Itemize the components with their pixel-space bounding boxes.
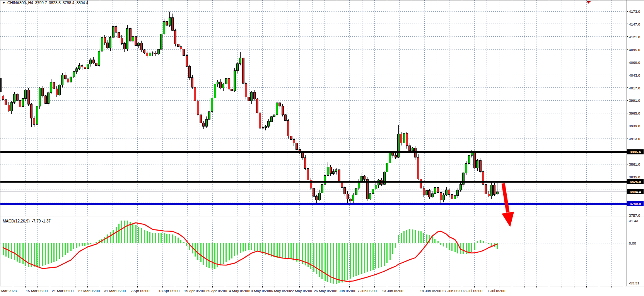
- time-axis-label: 27 Jun 05:00: [442, 288, 464, 293]
- time-axis-label: 4 May 05:00: [229, 288, 249, 293]
- clipped-candle: [0, 78, 2, 92]
- time-axis-label: 26 May 05:00: [314, 288, 336, 293]
- price-axis-label: 3757.0: [629, 213, 640, 218]
- price-badge-3825.0: 3825.0: [627, 179, 644, 184]
- time-axis-label: 3 Jul 05:00: [465, 288, 482, 293]
- time-axis-label: 7 Jul 05:00: [487, 288, 505, 293]
- time-axis-label: 7 Apr 05:00: [131, 288, 150, 293]
- mt4-chart-window: { "title": { "dropdown_icon": "▼", "symb…: [0, 0, 644, 296]
- time-axis-label: 13 Jun 05:00: [382, 288, 403, 293]
- time-axis-label: 15 Mar 05:00: [26, 288, 48, 293]
- time-axis-label: 25 Apr 05:00: [206, 288, 227, 293]
- macd-axis-label: -53.31: [629, 281, 639, 286]
- price-axis-label: 4017.0: [629, 86, 640, 91]
- time-axis-label: 19 Apr 05:00: [184, 288, 205, 293]
- price-axis-label: 4069.0: [629, 60, 640, 65]
- symbol-dropdown-icon[interactable]: ▼: [2, 1, 5, 5]
- price-badge-3804.4: 3804.4: [627, 189, 644, 194]
- level-line-3780[interactable]: [0, 203, 627, 205]
- price-badge-3885.6: 3885.6: [627, 149, 644, 154]
- price-axis-label: 4043.0: [629, 73, 640, 78]
- price-axis-label: 4121.0: [629, 34, 640, 39]
- time-axis-label: 22 May 05:00: [290, 288, 312, 293]
- price-axis-label: 4173.0: [629, 9, 640, 14]
- ohlc-open: 3799.7: [35, 1, 47, 5]
- time-axis-label: 7 Jun 05:00: [357, 288, 377, 293]
- time-axis-label: 31 Mar 05:00: [104, 288, 126, 293]
- price-axis-label: 3939.0: [629, 123, 640, 128]
- time-axis-label: 21 Mar 05:00: [52, 288, 73, 293]
- price-axis-label: 4147.0: [629, 22, 640, 27]
- price-badge-3780.0: 3780.0: [627, 201, 644, 206]
- time-axis-label: 16 May 05:00: [269, 288, 291, 293]
- macd-values: -7.79 -1.37: [32, 219, 50, 223]
- time-axis-label: 19 Jun 05:00: [420, 288, 441, 293]
- time-axis-label: 27 Mar 05:00: [78, 288, 100, 293]
- macd-axis-label: 0.00: [629, 241, 636, 246]
- macd-name: MACD(12,26,9): [3, 219, 29, 223]
- chart-canvas[interactable]: [0, 0, 644, 296]
- time-axis-label: 10 May 05:00: [249, 288, 271, 293]
- macd-indicator-label: MACD(12,26,9) -7.79 -1.37: [3, 219, 51, 223]
- price-axis-label: 3913.0: [629, 136, 640, 141]
- ohlc-close: 3804.4: [76, 1, 88, 5]
- time-axis-label: 1 Jun 05:00: [336, 288, 355, 293]
- time-axis-label: 9 Mar 2023: [0, 288, 17, 293]
- chart-title: ▼ CHINA300-,H4 3799.7 3823.3 3798.4 3804…: [2, 1, 88, 5]
- level-line-3825[interactable]: [0, 181, 627, 183]
- time-axis-label: 13 Apr 05:00: [159, 288, 179, 293]
- level-line-3885.6[interactable]: [0, 151, 627, 153]
- ohlc-high: 3823.3: [49, 1, 61, 5]
- price-axis-label: 3965.0: [629, 111, 640, 116]
- price-axis-label: 3991.0: [629, 98, 640, 103]
- symbol-period-label: CHINA300-,H4: [7, 1, 33, 5]
- price-axis-label: 3861.0: [629, 162, 640, 167]
- ohlc-low: 3798.4: [63, 1, 75, 5]
- macd-axis-label: 31.43: [629, 218, 638, 223]
- price-axis-label: 4095.0: [629, 47, 640, 52]
